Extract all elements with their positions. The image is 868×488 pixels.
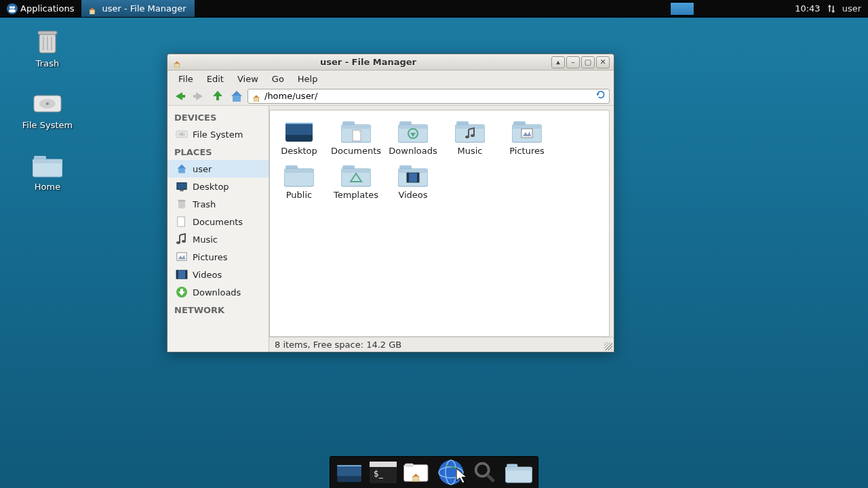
folder-icon	[505, 462, 532, 483]
sidebar-item-filesystem[interactable]: File System	[167, 125, 269, 143]
window-home-icon	[172, 57, 182, 68]
item-label: Music	[458, 146, 483, 156]
applications-menu-button[interactable]: Applications	[0, 0, 81, 17]
window-title: user - File Manager	[185, 57, 551, 67]
nav-up-button[interactable]	[210, 89, 226, 104]
terminal-icon	[370, 462, 397, 483]
reload-button[interactable]	[595, 89, 606, 102]
window-maximize-button[interactable]: ▢	[581, 56, 595, 68]
dock-show-desktop[interactable]	[334, 460, 364, 485]
menu-edit[interactable]: Edit	[200, 73, 231, 85]
sidebar-item-label: user	[193, 164, 212, 174]
menu-go[interactable]: Go	[265, 73, 291, 85]
drive-icon	[33, 89, 62, 119]
folder-downloads[interactable]: Downloads	[391, 117, 435, 156]
sidebar-item-label: Pictures	[193, 252, 227, 262]
desktop-icon-filesystem[interactable]: File System	[7, 89, 88, 130]
folder-icon	[33, 150, 62, 180]
dock-filemanager[interactable]	[402, 460, 432, 485]
download-icon	[176, 286, 188, 298]
window-rollup-button[interactable]: ▴	[551, 56, 565, 68]
folder-public[interactable]: Public	[277, 161, 321, 200]
menu-file[interactable]: File	[172, 73, 200, 85]
sidebar-head-places: PLACES	[167, 143, 269, 160]
sidebar: DEVICES File System PLACES user Desktop …	[167, 106, 269, 352]
task-label: user - File Manager	[102, 3, 186, 14]
folder-music[interactable]: Music	[448, 117, 492, 156]
folder-pictures[interactable]: Pictures	[505, 117, 549, 156]
address-bar[interactable]: /home/user/	[248, 89, 610, 104]
filemanager-window: user - File Manager ▴ – ▢ ✕ File Edit Vi…	[167, 54, 614, 352]
item-label: Templates	[334, 190, 378, 200]
arrow-left-icon	[173, 89, 186, 103]
sidebar-item-pictures[interactable]: Pictures	[167, 248, 269, 266]
sidebar-item-label: Music	[193, 235, 218, 245]
top-panel: Applications user - File Manager 10:43 u…	[0, 0, 868, 18]
globe-icon	[437, 459, 465, 486]
sidebar-item-music[interactable]: Music	[167, 230, 269, 248]
item-label: Public	[286, 190, 312, 200]
sidebar-item-desktop[interactable]: Desktop	[167, 178, 269, 195]
folder-templates[interactable]: Templates	[334, 161, 378, 200]
dock	[330, 456, 538, 488]
desktop-folder-icon	[283, 117, 315, 144]
sidebar-item-videos[interactable]: Videos	[167, 266, 269, 283]
folder-icon	[403, 462, 431, 483]
sidebar-item-user[interactable]: user	[167, 160, 269, 178]
drive-icon	[176, 128, 188, 140]
home-icon	[176, 163, 188, 175]
folder-icon	[340, 117, 372, 144]
sidebar-item-documents[interactable]: Documents	[167, 213, 269, 230]
home-blue-icon	[230, 89, 243, 103]
sidebar-item-label: Downloads	[193, 287, 241, 298]
dock-browser[interactable]	[436, 460, 466, 485]
folder-icon	[454, 117, 486, 144]
arrow-right-icon	[192, 89, 205, 103]
nav-home-button[interactable]	[229, 89, 245, 104]
sidebar-item-label: File System	[193, 129, 243, 140]
sidebar-item-downloads[interactable]: Downloads	[167, 283, 269, 301]
svg-rect-60	[405, 464, 413, 467]
window-titlebar[interactable]: user - File Manager ▴ – ▢ ✕	[167, 54, 614, 70]
resize-grip[interactable]	[604, 342, 612, 350]
folder-icon	[283, 161, 315, 188]
workspace-switcher[interactable]	[670, 2, 694, 16]
item-label: Documents	[331, 146, 381, 156]
menu-view[interactable]: View	[231, 73, 265, 85]
statusbar: 8 items, Free space: 14.2 GB	[269, 337, 614, 352]
folder-icon	[397, 117, 429, 144]
reload-icon	[595, 89, 606, 100]
nav-forward-button[interactable]	[191, 89, 207, 104]
dock-folder[interactable]	[504, 460, 534, 485]
trash-icon	[33, 27, 62, 57]
window-close-button[interactable]: ✕	[596, 56, 610, 68]
home-icon	[87, 3, 98, 14]
folder-documents[interactable]: Documents	[334, 117, 378, 156]
folder-desktop[interactable]: Desktop	[277, 117, 321, 156]
arrow-up-icon	[211, 89, 224, 103]
file-grid[interactable]: Desktop Documents Downloads Music Pictur…	[269, 110, 610, 337]
folder-videos[interactable]: Videos	[391, 161, 435, 200]
desktop-icon-trash[interactable]: Trash	[7, 27, 88, 68]
dock-terminal[interactable]	[368, 460, 398, 485]
sidebar-head-network: NETWORK	[167, 301, 269, 318]
applications-label: Applications	[20, 3, 74, 14]
menu-help[interactable]: Help	[291, 73, 325, 85]
sidebar-item-trash[interactable]: Trash	[167, 195, 269, 213]
trash-label: Trash	[36, 58, 59, 68]
window-minimize-button[interactable]: –	[566, 56, 580, 68]
toolbar: /home/user/	[167, 87, 614, 106]
user-menu[interactable]: user	[842, 3, 861, 14]
home-icon	[251, 91, 262, 102]
videos-icon	[176, 268, 188, 281]
clock[interactable]: 10:43	[795, 3, 820, 14]
network-icon[interactable]	[826, 3, 837, 14]
item-label: Desktop	[281, 146, 317, 156]
sidebar-item-label: Desktop	[193, 182, 229, 192]
desktop-icon-home[interactable]: Home	[7, 150, 88, 192]
status-text: 8 items, Free space: 14.2 GB	[275, 340, 401, 350]
taskbar-task-filemanager[interactable]: user - File Manager	[81, 0, 195, 17]
nav-back-button[interactable]	[172, 89, 188, 104]
trash-icon	[176, 198, 188, 210]
dock-search[interactable]	[470, 460, 500, 485]
